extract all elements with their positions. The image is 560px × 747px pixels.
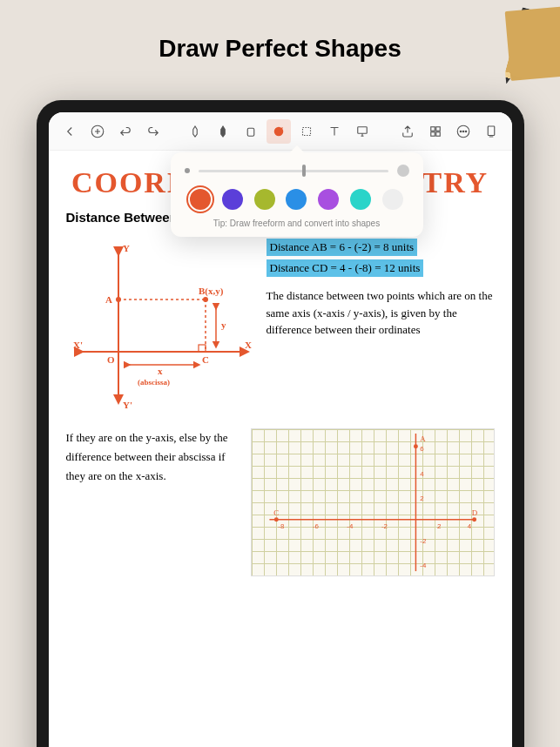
x-prime-label: X': [73, 340, 83, 350]
svg-rect-7: [430, 131, 435, 136]
coordinate-grid-chart: A 6 4 2 -2 -4 -8 C -6 -4 -2 2 4 D: [251, 428, 495, 576]
svg-rect-5: [430, 126, 435, 131]
point-c-label: C: [202, 354, 209, 365]
page-nav-icon[interactable]: [479, 119, 503, 144]
svg-text:-2: -2: [420, 537, 426, 545]
pen-tool-icon[interactable]: [183, 119, 207, 144]
svg-text:6: 6: [420, 445, 424, 453]
svg-point-12: [465, 131, 467, 132]
svg-point-41: [472, 517, 476, 522]
text-tool-icon[interactable]: [322, 119, 347, 144]
redo-icon[interactable]: [141, 119, 165, 144]
color-swatch-teal[interactable]: [350, 189, 371, 210]
lasso-tool-icon[interactable]: [294, 119, 319, 144]
stroke-size-slider-row: [185, 165, 409, 177]
highlight-ab: Distance AB = 6 - (-2) = 8 units: [267, 239, 418, 256]
color-swatch-blue[interactable]: [286, 189, 307, 210]
svg-text:-8: -8: [278, 522, 285, 530]
grid-icon[interactable]: [423, 119, 448, 144]
slider-max-icon: [397, 165, 409, 177]
svg-text:-4: -4: [420, 562, 427, 569]
svg-text:-2: -2: [381, 522, 387, 530]
y-prime-label: Y': [123, 400, 132, 410]
highlight-cd: Distance CD = 4 - (-8) = 12 units: [267, 259, 424, 277]
origin-label: O: [107, 354, 115, 365]
svg-text:4: 4: [420, 470, 424, 478]
svg-text:4: 4: [467, 522, 471, 530]
point-a-label: A: [105, 294, 112, 305]
color-swatch-red[interactable]: [190, 189, 211, 210]
side-notes: Distance AB = 6 - (-2) = 8 units Distanc…: [267, 239, 495, 416]
svg-rect-6: [435, 126, 440, 131]
color-swatch-purple[interactable]: [318, 189, 339, 210]
more-icon[interactable]: [451, 119, 476, 144]
svg-rect-13: [488, 126, 495, 136]
y-axis-label: Y: [123, 243, 130, 253]
color-swatch-olive[interactable]: [254, 189, 275, 210]
svg-text:-4: -4: [347, 522, 354, 530]
shape-tool-icon[interactable]: [267, 119, 291, 144]
ruler-decoration: [505, 6, 560, 81]
svg-rect-18: [199, 345, 206, 352]
svg-text:2: 2: [437, 522, 441, 530]
stroke-size-slider[interactable]: [199, 170, 388, 172]
color-palette: [185, 189, 409, 210]
svg-text:A: A: [420, 434, 426, 443]
tablet-frame: Tip: Draw freeform and convert into shap…: [37, 100, 524, 747]
pen2-tool-icon[interactable]: [211, 119, 235, 144]
svg-point-22: [203, 297, 208, 302]
back-icon[interactable]: [57, 119, 82, 144]
svg-rect-8: [435, 131, 440, 136]
svg-rect-4: [357, 126, 367, 133]
svg-point-40: [273, 517, 278, 522]
x-ordinate-label: x: [158, 366, 163, 376]
slider-min-icon: [185, 168, 190, 173]
svg-point-10: [460, 131, 462, 132]
hero-title: Draw Perfect Shapes: [0, 0, 560, 89]
svg-point-11: [462, 131, 464, 132]
svg-rect-3: [302, 127, 310, 135]
color-swatch-add[interactable]: [382, 189, 403, 210]
share-icon[interactable]: [395, 119, 420, 144]
point-b-label: B(x,y): [199, 286, 224, 297]
eraser-tool-icon[interactable]: [239, 119, 263, 144]
svg-rect-1: [247, 128, 254, 136]
undo-icon[interactable]: [113, 119, 138, 144]
svg-text:D: D: [471, 508, 477, 517]
slider-thumb[interactable]: [302, 165, 306, 177]
paragraph-1: The distance between two points which ar…: [267, 287, 495, 339]
svg-text:2: 2: [420, 495, 423, 502]
app-toolbar: [49, 112, 512, 151]
svg-text:-6: -6: [312, 522, 319, 530]
x-axis-label: X: [245, 340, 252, 350]
coordinate-diagram: Y Y' X X' O A B(x,y) C y x (abscissa): [66, 239, 258, 416]
svg-point-21: [116, 297, 121, 302]
tablet-screen: Tip: Draw freeform and convert into shap…: [49, 112, 512, 747]
present-icon[interactable]: [350, 119, 374, 144]
abscissa-label: (abscissa): [138, 378, 170, 387]
paragraph-2: If they are on the y-axis, else by the d…: [66, 428, 240, 576]
svg-text:C: C: [273, 508, 279, 517]
popover-tip-text: Tip: Draw freeform and convert into shap…: [185, 219, 409, 228]
shape-tool-popover: Tip: Draw freeform and convert into shap…: [171, 152, 423, 237]
color-swatch-indigo[interactable]: [222, 189, 243, 210]
add-icon[interactable]: [85, 119, 110, 144]
svg-point-39: [413, 444, 417, 448]
y-ordinate-label: y: [221, 320, 226, 330]
